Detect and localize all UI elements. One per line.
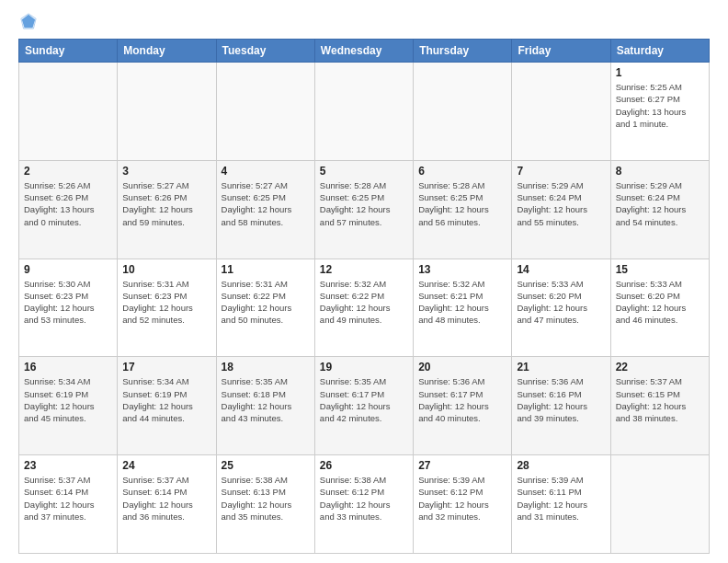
weekday-header-monday: Monday [118,40,216,63]
day-info: Sunrise: 5:29 AM Sunset: 6:24 PM Dayligh… [517,179,605,228]
day-number: 1 [616,66,704,79]
calendar-cell [19,63,118,161]
day-number: 9 [24,263,112,276]
calendar-cell: 17Sunrise: 5:34 AM Sunset: 6:19 PM Dayli… [118,357,216,455]
day-number: 26 [320,459,408,472]
calendar-cell: 12Sunrise: 5:32 AM Sunset: 6:22 PM Dayli… [314,259,413,357]
day-number: 5 [320,165,408,178]
day-number: 13 [418,263,506,276]
calendar-cell [414,63,512,161]
day-info: Sunrise: 5:31 AM Sunset: 6:22 PM Dayligh… [222,278,310,327]
day-number: 15 [616,263,704,276]
calendar-week-row: 2Sunrise: 5:26 AM Sunset: 6:26 PM Daylig… [19,160,710,259]
calendar-cell: 16Sunrise: 5:34 AM Sunset: 6:19 PM Dayli… [19,357,118,455]
calendar-cell: 2Sunrise: 5:26 AM Sunset: 6:26 PM Daylig… [19,160,118,259]
day-number: 21 [517,361,605,373]
calendar-cell: 5Sunrise: 5:28 AM Sunset: 6:25 PM Daylig… [314,160,413,259]
day-number: 23 [24,459,112,472]
calendar-week-row: 1Sunrise: 5:25 AM Sunset: 6:27 PM Daylig… [19,63,710,161]
day-info: Sunrise: 5:32 AM Sunset: 6:22 PM Dayligh… [320,278,408,327]
day-number: 11 [222,263,310,276]
calendar-cell: 23Sunrise: 5:37 AM Sunset: 6:14 PM Dayli… [19,455,118,554]
day-info: Sunrise: 5:33 AM Sunset: 6:20 PM Dayligh… [616,278,704,327]
day-number: 18 [222,361,310,373]
day-number: 6 [418,165,506,178]
calendar-cell: 18Sunrise: 5:35 AM Sunset: 6:18 PM Dayli… [216,357,314,455]
day-number: 25 [222,459,310,472]
day-info: Sunrise: 5:32 AM Sunset: 6:21 PM Dayligh… [418,278,506,327]
day-info: Sunrise: 5:27 AM Sunset: 6:26 PM Dayligh… [122,179,210,228]
day-info: Sunrise: 5:39 AM Sunset: 6:11 PM Dayligh… [517,474,605,523]
calendar-week-row: 16Sunrise: 5:34 AM Sunset: 6:19 PM Dayli… [19,357,710,455]
calendar-cell: 19Sunrise: 5:35 AM Sunset: 6:17 PM Dayli… [314,357,413,455]
day-info: Sunrise: 5:38 AM Sunset: 6:13 PM Dayligh… [222,474,310,523]
day-info: Sunrise: 5:35 AM Sunset: 6:17 PM Dayligh… [320,375,408,424]
calendar-cell: 3Sunrise: 5:27 AM Sunset: 6:26 PM Daylig… [118,160,216,259]
calendar-cell: 9Sunrise: 5:30 AM Sunset: 6:23 PM Daylig… [19,259,118,357]
calendar-cell [512,63,610,161]
weekday-header-thursday: Thursday [414,40,512,63]
logo [18,15,37,29]
calendar-cell: 22Sunrise: 5:37 AM Sunset: 6:15 PM Dayli… [610,357,709,455]
calendar-cell: 13Sunrise: 5:32 AM Sunset: 6:21 PM Dayli… [414,259,512,357]
calendar-cell [118,63,216,161]
day-info: Sunrise: 5:28 AM Sunset: 6:25 PM Dayligh… [418,179,506,228]
calendar-table: SundayMondayTuesdayWednesdayThursdayFrid… [18,39,710,554]
calendar-cell: 26Sunrise: 5:38 AM Sunset: 6:12 PM Dayli… [314,455,413,554]
day-number: 10 [122,263,210,276]
day-info: Sunrise: 5:29 AM Sunset: 6:24 PM Dayligh… [616,179,704,228]
day-info: Sunrise: 5:28 AM Sunset: 6:25 PM Dayligh… [320,179,408,228]
calendar-cell: 1Sunrise: 5:25 AM Sunset: 6:27 PM Daylig… [610,63,709,161]
calendar-cell: 11Sunrise: 5:31 AM Sunset: 6:22 PM Dayli… [216,259,314,357]
day-number: 14 [517,263,605,276]
logo-icon [20,13,37,29]
calendar-cell [314,63,413,161]
day-number: 12 [320,263,408,276]
day-info: Sunrise: 5:37 AM Sunset: 6:14 PM Dayligh… [24,474,112,523]
day-info: Sunrise: 5:34 AM Sunset: 6:19 PM Dayligh… [24,375,112,424]
day-number: 22 [616,361,704,373]
calendar-cell [216,63,314,161]
day-info: Sunrise: 5:37 AM Sunset: 6:15 PM Dayligh… [616,375,704,424]
calendar-cell: 15Sunrise: 5:33 AM Sunset: 6:20 PM Dayli… [610,259,709,357]
calendar-cell: 24Sunrise: 5:37 AM Sunset: 6:14 PM Dayli… [118,455,216,554]
calendar-cell: 28Sunrise: 5:39 AM Sunset: 6:11 PM Dayli… [512,455,610,554]
calendar-cell: 21Sunrise: 5:36 AM Sunset: 6:16 PM Dayli… [512,357,610,455]
weekday-header-friday: Friday [512,40,610,63]
calendar-cell: 4Sunrise: 5:27 AM Sunset: 6:25 PM Daylig… [216,160,314,259]
day-info: Sunrise: 5:35 AM Sunset: 6:18 PM Dayligh… [222,375,310,424]
weekday-header-saturday: Saturday [610,40,709,63]
day-info: Sunrise: 5:37 AM Sunset: 6:14 PM Dayligh… [122,474,210,523]
day-number: 3 [122,165,210,178]
day-number: 27 [418,459,506,472]
day-info: Sunrise: 5:38 AM Sunset: 6:12 PM Dayligh… [320,474,408,523]
day-number: 4 [222,165,310,178]
page: SundayMondayTuesdayWednesdayThursdayFrid… [0,0,728,563]
calendar-cell: 7Sunrise: 5:29 AM Sunset: 6:24 PM Daylig… [512,160,610,259]
day-info: Sunrise: 5:36 AM Sunset: 6:17 PM Dayligh… [418,375,506,424]
day-number: 17 [122,361,210,373]
day-number: 7 [517,165,605,178]
svg-marker-0 [22,15,35,28]
day-info: Sunrise: 5:26 AM Sunset: 6:26 PM Dayligh… [24,179,112,228]
weekday-header-wednesday: Wednesday [314,40,413,63]
day-info: Sunrise: 5:31 AM Sunset: 6:23 PM Dayligh… [122,278,210,327]
day-info: Sunrise: 5:39 AM Sunset: 6:12 PM Dayligh… [418,474,506,523]
calendar-week-row: 9Sunrise: 5:30 AM Sunset: 6:23 PM Daylig… [19,259,710,357]
weekday-header-sunday: Sunday [19,40,118,63]
calendar-week-row: 23Sunrise: 5:37 AM Sunset: 6:14 PM Dayli… [19,455,710,554]
day-number: 20 [418,361,506,373]
calendar-cell: 6Sunrise: 5:28 AM Sunset: 6:25 PM Daylig… [414,160,512,259]
weekday-header-tuesday: Tuesday [216,40,314,63]
day-info: Sunrise: 5:30 AM Sunset: 6:23 PM Dayligh… [24,278,112,327]
day-number: 28 [517,459,605,472]
day-info: Sunrise: 5:25 AM Sunset: 6:27 PM Dayligh… [616,81,704,130]
day-info: Sunrise: 5:33 AM Sunset: 6:20 PM Dayligh… [517,278,605,327]
day-number: 2 [24,165,112,178]
header [18,15,710,29]
calendar-cell: 25Sunrise: 5:38 AM Sunset: 6:13 PM Dayli… [216,455,314,554]
calendar-cell: 14Sunrise: 5:33 AM Sunset: 6:20 PM Dayli… [512,259,610,357]
day-info: Sunrise: 5:27 AM Sunset: 6:25 PM Dayligh… [222,179,310,228]
day-info: Sunrise: 5:36 AM Sunset: 6:16 PM Dayligh… [517,375,605,424]
calendar-cell: 20Sunrise: 5:36 AM Sunset: 6:17 PM Dayli… [414,357,512,455]
